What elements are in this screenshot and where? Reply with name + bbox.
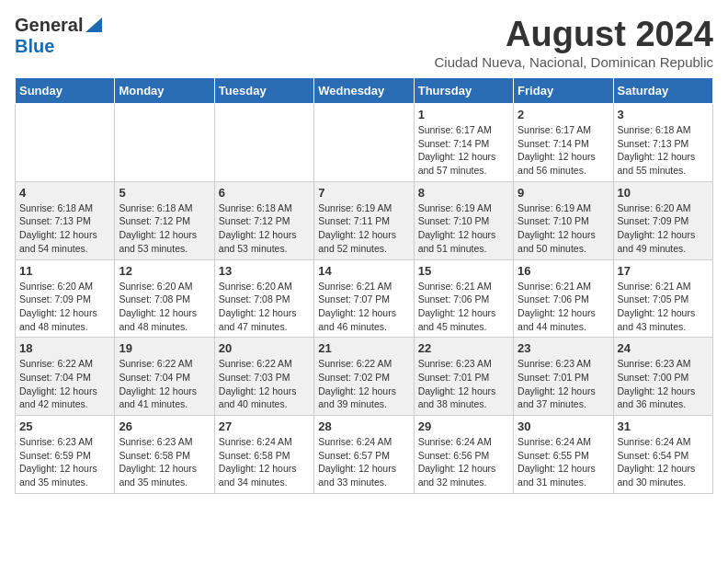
cell-content: Sunrise: 6:23 AMSunset: 7:01 PMDaylight:… bbox=[518, 357, 609, 411]
day-number: 23 bbox=[518, 341, 609, 355]
day-number: 7 bbox=[318, 186, 409, 200]
calendar-cell-1-7: 3Sunrise: 6:18 AMSunset: 7:13 PMDaylight… bbox=[613, 104, 712, 182]
day-number: 6 bbox=[219, 186, 310, 200]
calendar-cell-5-3: 27Sunrise: 6:24 AMSunset: 6:58 PMDayligh… bbox=[214, 416, 313, 494]
cell-content: Sunrise: 6:24 AMSunset: 6:55 PMDaylight:… bbox=[518, 435, 609, 489]
cell-content: Sunrise: 6:18 AMSunset: 7:12 PMDaylight:… bbox=[219, 201, 310, 256]
calendar-cell-5-2: 26Sunrise: 6:23 AMSunset: 6:58 PMDayligh… bbox=[115, 416, 214, 494]
cell-content: Sunrise: 6:23 AMSunset: 6:58 PMDaylight:… bbox=[119, 435, 210, 489]
day-number: 31 bbox=[618, 419, 709, 433]
cell-content: Sunrise: 6:23 AMSunset: 7:00 PMDaylight:… bbox=[618, 357, 709, 411]
calendar-cell-4-3: 20Sunrise: 6:22 AMSunset: 7:03 PMDayligh… bbox=[214, 338, 313, 416]
cell-content: Sunrise: 6:22 AMSunset: 7:04 PMDaylight:… bbox=[19, 357, 110, 411]
calendar-cell-4-2: 19Sunrise: 6:22 AMSunset: 7:04 PMDayligh… bbox=[115, 338, 214, 416]
cell-content: Sunrise: 6:17 AMSunset: 7:14 PMDaylight:… bbox=[418, 123, 509, 178]
calendar-week-4: 18Sunrise: 6:22 AMSunset: 7:04 PMDayligh… bbox=[16, 338, 713, 416]
cell-content: Sunrise: 6:18 AMSunset: 7:13 PMDaylight:… bbox=[618, 123, 709, 178]
cell-content: Sunrise: 6:20 AMSunset: 7:09 PMDaylight:… bbox=[19, 280, 110, 334]
day-number: 2 bbox=[518, 108, 609, 121]
header: General Blue August 2024 Ciudad Nueva, N… bbox=[15, 15, 713, 70]
day-number: 3 bbox=[618, 108, 709, 121]
logo: General Blue bbox=[15, 15, 102, 57]
day-number: 22 bbox=[418, 341, 509, 355]
day-number: 19 bbox=[119, 341, 210, 355]
calendar-cell-4-7: 24Sunrise: 6:23 AMSunset: 7:00 PMDayligh… bbox=[613, 338, 712, 416]
day-number: 28 bbox=[318, 419, 409, 433]
calendar-cell-2-3: 6Sunrise: 6:18 AMSunset: 7:12 PMDaylight… bbox=[214, 181, 313, 259]
calendar-week-1: 1Sunrise: 6:17 AMSunset: 7:14 PMDaylight… bbox=[16, 104, 713, 182]
day-number: 29 bbox=[418, 419, 509, 433]
cell-content: Sunrise: 6:24 AMSunset: 6:54 PMDaylight:… bbox=[618, 435, 709, 489]
cell-content: Sunrise: 6:23 AMSunset: 7:01 PMDaylight:… bbox=[418, 357, 509, 411]
calendar-cell-5-7: 31Sunrise: 6:24 AMSunset: 6:54 PMDayligh… bbox=[613, 416, 712, 494]
calendar-cell-2-7: 10Sunrise: 6:20 AMSunset: 7:09 PMDayligh… bbox=[613, 181, 712, 259]
cell-content: Sunrise: 6:23 AMSunset: 6:59 PMDaylight:… bbox=[19, 435, 110, 489]
day-number: 11 bbox=[19, 264, 110, 278]
day-number: 27 bbox=[219, 419, 310, 433]
calendar-cell-3-1: 11Sunrise: 6:20 AMSunset: 7:09 PMDayligh… bbox=[16, 259, 115, 338]
logo-general-text: General bbox=[15, 15, 83, 36]
cell-content: Sunrise: 6:22 AMSunset: 7:04 PMDaylight:… bbox=[119, 357, 210, 411]
cell-content: Sunrise: 6:21 AMSunset: 7:06 PMDaylight:… bbox=[418, 280, 509, 334]
day-number: 4 bbox=[19, 186, 110, 200]
day-header-friday: Friday bbox=[514, 78, 613, 104]
day-number: 1 bbox=[418, 108, 509, 121]
cell-content: Sunrise: 6:20 AMSunset: 7:08 PMDaylight:… bbox=[119, 280, 210, 334]
cell-content: Sunrise: 6:21 AMSunset: 7:07 PMDaylight:… bbox=[318, 280, 409, 334]
day-header-sunday: Sunday bbox=[16, 78, 115, 104]
calendar-cell-4-1: 18Sunrise: 6:22 AMSunset: 7:04 PMDayligh… bbox=[16, 338, 115, 416]
day-header-wednesday: Wednesday bbox=[314, 78, 414, 104]
day-header-tuesday: Tuesday bbox=[214, 78, 313, 104]
subtitle: Ciudad Nueva, Nacional, Dominican Republ… bbox=[435, 54, 714, 70]
day-number: 8 bbox=[418, 186, 509, 200]
calendar-body: 1Sunrise: 6:17 AMSunset: 7:14 PMDaylight… bbox=[16, 104, 713, 494]
calendar-cell-3-7: 17Sunrise: 6:21 AMSunset: 7:05 PMDayligh… bbox=[613, 259, 712, 338]
days-header-row: SundayMondayTuesdayWednesdayThursdayFrid… bbox=[16, 78, 713, 104]
cell-content: Sunrise: 6:22 AMSunset: 7:03 PMDaylight:… bbox=[219, 357, 310, 411]
cell-content: Sunrise: 6:17 AMSunset: 7:14 PMDaylight:… bbox=[518, 123, 609, 178]
calendar-cell-1-5: 1Sunrise: 6:17 AMSunset: 7:14 PMDaylight… bbox=[414, 104, 513, 182]
main-title: August 2024 bbox=[435, 15, 714, 54]
cell-content: Sunrise: 6:24 AMSunset: 6:57 PMDaylight:… bbox=[318, 435, 409, 489]
calendar-week-3: 11Sunrise: 6:20 AMSunset: 7:09 PMDayligh… bbox=[16, 259, 713, 338]
day-number: 24 bbox=[618, 341, 709, 355]
cell-content: Sunrise: 6:18 AMSunset: 7:13 PMDaylight:… bbox=[19, 201, 110, 256]
calendar-cell-2-6: 9Sunrise: 6:19 AMSunset: 7:10 PMDaylight… bbox=[514, 181, 613, 259]
calendar-cell-2-4: 7Sunrise: 6:19 AMSunset: 7:11 PMDaylight… bbox=[314, 181, 414, 259]
cell-content: Sunrise: 6:18 AMSunset: 7:12 PMDaylight:… bbox=[119, 201, 210, 256]
cell-content: Sunrise: 6:24 AMSunset: 6:58 PMDaylight:… bbox=[219, 435, 310, 489]
calendar-cell-3-2: 12Sunrise: 6:20 AMSunset: 7:08 PMDayligh… bbox=[115, 259, 214, 338]
day-header-thursday: Thursday bbox=[414, 78, 513, 104]
day-number: 13 bbox=[219, 264, 310, 278]
day-number: 26 bbox=[119, 419, 210, 433]
svg-marker-0 bbox=[85, 17, 102, 32]
calendar-cell-4-5: 22Sunrise: 6:23 AMSunset: 7:01 PMDayligh… bbox=[414, 338, 513, 416]
day-number: 10 bbox=[618, 186, 709, 200]
cell-content: Sunrise: 6:24 AMSunset: 6:56 PMDaylight:… bbox=[418, 435, 509, 489]
day-number: 16 bbox=[518, 264, 609, 278]
day-number: 21 bbox=[318, 341, 409, 355]
cell-content: Sunrise: 6:21 AMSunset: 7:05 PMDaylight:… bbox=[618, 280, 709, 334]
calendar-cell-5-4: 28Sunrise: 6:24 AMSunset: 6:57 PMDayligh… bbox=[314, 416, 414, 494]
day-number: 5 bbox=[119, 186, 210, 200]
calendar-cell-1-4 bbox=[314, 104, 414, 182]
cell-content: Sunrise: 6:19 AMSunset: 7:10 PMDaylight:… bbox=[518, 201, 609, 256]
day-number: 20 bbox=[219, 341, 310, 355]
day-number: 14 bbox=[318, 264, 409, 278]
calendar-week-2: 4Sunrise: 6:18 AMSunset: 7:13 PMDaylight… bbox=[16, 181, 713, 259]
day-number: 9 bbox=[518, 186, 609, 200]
calendar-cell-5-1: 25Sunrise: 6:23 AMSunset: 6:59 PMDayligh… bbox=[16, 416, 115, 494]
calendar-cell-2-5: 8Sunrise: 6:19 AMSunset: 7:10 PMDaylight… bbox=[414, 181, 513, 259]
calendar-cell-3-6: 16Sunrise: 6:21 AMSunset: 7:06 PMDayligh… bbox=[514, 259, 613, 338]
calendar: SundayMondayTuesdayWednesdayThursdayFrid… bbox=[15, 77, 713, 494]
cell-content: Sunrise: 6:19 AMSunset: 7:10 PMDaylight:… bbox=[418, 201, 509, 256]
day-number: 30 bbox=[518, 419, 609, 433]
calendar-cell-1-6: 2Sunrise: 6:17 AMSunset: 7:14 PMDaylight… bbox=[514, 104, 613, 182]
calendar-cell-3-5: 15Sunrise: 6:21 AMSunset: 7:06 PMDayligh… bbox=[414, 259, 513, 338]
day-number: 17 bbox=[618, 264, 709, 278]
calendar-cell-5-5: 29Sunrise: 6:24 AMSunset: 6:56 PMDayligh… bbox=[414, 416, 513, 494]
cell-content: Sunrise: 6:19 AMSunset: 7:11 PMDaylight:… bbox=[318, 201, 409, 256]
day-header-saturday: Saturday bbox=[613, 78, 712, 104]
day-number: 25 bbox=[19, 419, 110, 433]
day-number: 12 bbox=[119, 264, 210, 278]
